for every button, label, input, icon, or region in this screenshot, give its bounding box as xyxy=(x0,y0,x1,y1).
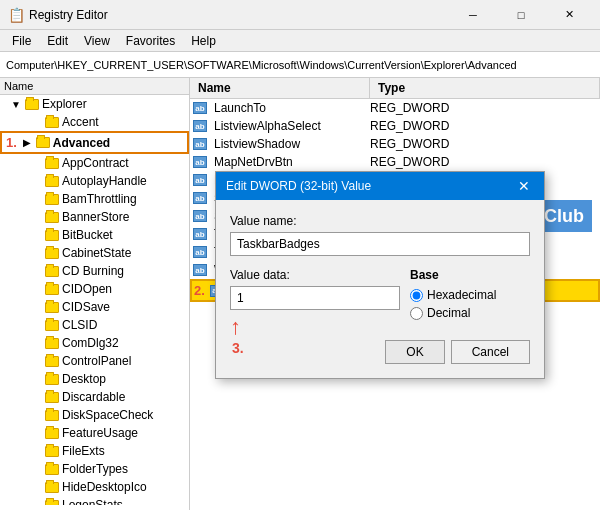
tree-item-cdburning[interactable]: CD Burning xyxy=(0,262,189,280)
value-row-listviewshadow[interactable]: ab ListviewShadow REG_DWORD xyxy=(190,135,600,153)
tree-item-clsid[interactable]: CLSID xyxy=(0,316,189,334)
close-button[interactable]: ✕ xyxy=(546,0,592,30)
menu-bar: File Edit View Favorites Help xyxy=(0,30,600,52)
tree-item-discardable[interactable]: Discardable xyxy=(0,388,189,406)
menu-favorites[interactable]: Favorites xyxy=(118,32,183,50)
tree-item-advanced[interactable]: 1. ▶ Advanced xyxy=(0,131,189,154)
menu-help[interactable]: Help xyxy=(183,32,224,50)
radio-decimal-label: Decimal xyxy=(427,306,470,320)
tree-label-banner: BannerStore xyxy=(62,210,129,224)
value-type-listviewshadow: REG_DWORD xyxy=(370,137,600,151)
tree-item-foldertypes[interactable]: FolderTypes xyxy=(0,460,189,478)
base-label: Base xyxy=(410,268,530,282)
menu-view[interactable]: View xyxy=(76,32,118,50)
folder-icon-cabinet xyxy=(44,246,60,260)
folder-icon-logonstats xyxy=(44,498,60,505)
tree-item-bannerstore[interactable]: BannerStore xyxy=(0,208,189,226)
folder-icon-desktop xyxy=(44,372,60,386)
value-name-input[interactable] xyxy=(230,232,530,256)
tree-item-cidopen[interactable]: CIDOpen xyxy=(0,280,189,298)
tree-item-hidedesktop[interactable]: HideDesktopIco xyxy=(0,478,189,496)
folder-icon-explorer xyxy=(24,97,40,111)
dialog-title: Edit DWORD (32-bit) Value xyxy=(226,179,371,193)
tree-label-cd: CD Burning xyxy=(62,264,124,278)
value-data-input[interactable] xyxy=(230,286,400,310)
arrow-advanced: ▶ xyxy=(19,137,35,148)
tree-item-fileexts[interactable]: FileExts xyxy=(0,442,189,460)
ok-button[interactable]: OK xyxy=(385,340,444,364)
radio-decimal[interactable] xyxy=(410,307,423,320)
tree-item-accent[interactable]: Accent xyxy=(0,113,189,131)
tree-item-cidsave[interactable]: CIDSave xyxy=(0,298,189,316)
value-data-label: Value data: xyxy=(230,268,400,282)
reg-icon-storeapps: ab xyxy=(190,210,210,222)
radio-hexadecimal-row[interactable]: Hexadecimal xyxy=(410,288,530,302)
value-name-label: Value name: xyxy=(230,214,530,228)
maximize-button[interactable]: □ xyxy=(498,0,544,30)
dialog-body: Value name: Value data: ↑ 3. xyxy=(216,200,544,378)
tree-label-feature: FeatureUsage xyxy=(62,426,138,440)
tree-label-accent: Accent xyxy=(62,115,99,129)
tree-item-cabinetstate[interactable]: CabinetState xyxy=(0,244,189,262)
tree-item-logonstats[interactable]: LogonStats xyxy=(0,496,189,505)
tree-item-controlpanel[interactable]: ControlPanel xyxy=(0,352,189,370)
folder-icon-cidsave xyxy=(44,300,60,314)
reg-icon-listviewalpha: ab xyxy=(190,120,210,132)
radio-decimal-row[interactable]: Decimal xyxy=(410,306,530,320)
folder-icon-banner xyxy=(44,210,60,224)
value-row-mapnetdrvbtn[interactable]: ab MapNetDrvBtn REG_DWORD xyxy=(190,153,600,171)
tree-item-autoplay[interactable]: AutoplayHandle xyxy=(0,172,189,190)
tree-label-desktop: Desktop xyxy=(62,372,106,386)
tree-item-desktop[interactable]: Desktop xyxy=(0,370,189,388)
tree-item-featureusage[interactable]: FeatureUsage xyxy=(0,424,189,442)
tree-label-autoplay: AutoplayHandle xyxy=(62,174,147,188)
folder-icon-bam xyxy=(44,192,60,206)
tree-label-advanced: Advanced xyxy=(53,136,110,150)
value-type-listviewalpha: REG_DWORD xyxy=(370,119,600,133)
tree-column-label: Name xyxy=(4,80,33,92)
cancel-button[interactable]: Cancel xyxy=(451,340,530,364)
tree-label-fileexts: FileExts xyxy=(62,444,105,458)
folder-icon-controlpanel xyxy=(44,354,60,368)
folder-icon-autoplay xyxy=(44,174,60,188)
tree-item-comdlg32[interactable]: ComDlg32 xyxy=(0,334,189,352)
folder-icon-foldertypes xyxy=(44,462,60,476)
tree-item-bamthrottling[interactable]: BamThrottling xyxy=(0,190,189,208)
tree-item-diskspacecheck[interactable]: DiskSpaceCheck xyxy=(0,406,189,424)
tree-header: Name xyxy=(0,78,189,95)
dialog-data-col: Value data: ↑ 3. xyxy=(230,268,400,364)
tree-label-diskspace: DiskSpaceCheck xyxy=(62,408,153,422)
folder-icon-comdlg xyxy=(44,336,60,350)
value-row-launchto[interactable]: ab LaunchTo REG_DWORD xyxy=(190,99,600,117)
folder-icon-appcontract xyxy=(44,156,60,170)
tree-item-explorer[interactable]: ▼ Explorer xyxy=(0,95,189,113)
tree-panel: Name ▼ Explorer Accent 1. ▶ xyxy=(0,78,190,510)
dialog-titlebar: Edit DWORD (32-bit) Value ✕ xyxy=(216,172,544,200)
edit-dword-dialog: Edit DWORD (32-bit) Value ✕ Value name: … xyxy=(215,171,545,379)
radio-hexadecimal[interactable] xyxy=(410,289,423,302)
badge-1: 1. xyxy=(6,135,17,150)
tree-item-bitbucket[interactable]: BitBucket xyxy=(0,226,189,244)
folder-icon-advanced xyxy=(35,136,51,150)
col-header-type: Type xyxy=(370,78,600,98)
folder-icon-fileexts xyxy=(44,444,60,458)
app-icon: 📋 xyxy=(8,7,25,23)
tree-label-comdlg: ComDlg32 xyxy=(62,336,119,350)
minimize-button[interactable]: ─ xyxy=(450,0,496,30)
value-name-listviewshadow: ListviewShadow xyxy=(210,137,370,151)
tree-label-cabinet: CabinetState xyxy=(62,246,131,260)
dialog-close-button[interactable]: ✕ xyxy=(514,178,534,194)
value-type-mapnetdrvbtn: REG_DWORD xyxy=(370,155,600,169)
folder-icon-clsid xyxy=(44,318,60,332)
tree-items[interactable]: ▼ Explorer Accent 1. ▶ Advanced xyxy=(0,95,189,505)
tree-label-logonstats: LogonStats xyxy=(62,498,123,505)
tree-label-hidedesktop: HideDesktopIco xyxy=(62,480,147,494)
dialog-row: Value data: ↑ 3. Base xyxy=(230,268,530,364)
address-bar[interactable]: Computer\HKEY_CURRENT_USER\SOFTWARE\Micr… xyxy=(0,52,600,78)
col-header-name: Name xyxy=(190,78,370,98)
value-row-listviewalpha[interactable]: ab ListviewAlphaSelect REG_DWORD xyxy=(190,117,600,135)
tree-label-discardable: Discardable xyxy=(62,390,125,404)
tree-item-appcontract[interactable]: AppContract xyxy=(0,154,189,172)
menu-edit[interactable]: Edit xyxy=(39,32,76,50)
menu-file[interactable]: File xyxy=(4,32,39,50)
